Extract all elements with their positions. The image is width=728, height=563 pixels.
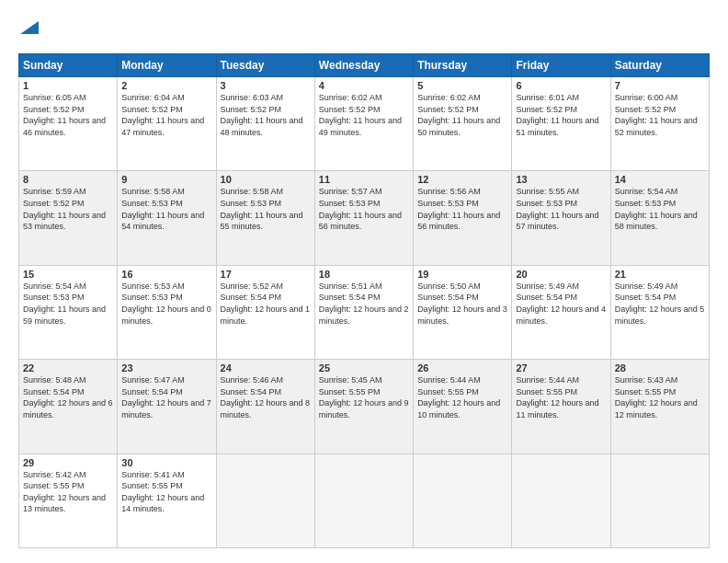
day-number: 2 <box>121 80 211 91</box>
day-info: Sunrise: 5:57 AMSunset: 5:53 PMDaylight:… <box>319 186 409 232</box>
col-header-tuesday: Tuesday <box>216 54 314 77</box>
day-info: Sunrise: 5:41 AMSunset: 5:55 PMDaylight:… <box>121 469 211 515</box>
calendar-header-row: SundayMondayTuesdayWednesdayThursdayFrid… <box>19 54 710 77</box>
calendar-cell: 10Sunrise: 5:58 AMSunset: 5:53 PMDayligh… <box>216 171 314 265</box>
day-number: 12 <box>417 174 507 185</box>
day-number: 15 <box>23 269 113 280</box>
calendar-cell: 20Sunrise: 5:49 AMSunset: 5:54 PMDayligh… <box>512 265 610 359</box>
day-info: Sunrise: 5:53 AMSunset: 5:53 PMDaylight:… <box>121 281 211 327</box>
calendar-cell: 19Sunrise: 5:50 AMSunset: 5:54 PMDayligh… <box>414 265 512 359</box>
calendar-cell <box>314 454 413 547</box>
calendar-week-1: 1Sunrise: 6:05 AMSunset: 5:52 PMDaylight… <box>19 77 710 171</box>
calendar-cell: 27Sunrise: 5:44 AMSunset: 5:55 PMDayligh… <box>512 360 610 454</box>
day-number: 3 <box>221 80 311 91</box>
calendar-cell <box>414 454 512 547</box>
calendar-cell: 18Sunrise: 5:51 AMSunset: 5:54 PMDayligh… <box>314 265 413 359</box>
day-number: 13 <box>516 174 606 185</box>
calendar-cell: 4Sunrise: 6:02 AMSunset: 5:52 PMDaylight… <box>314 77 413 171</box>
day-info: Sunrise: 5:50 AMSunset: 5:54 PMDaylight:… <box>417 281 507 327</box>
calendar-cell: 12Sunrise: 5:56 AMSunset: 5:53 PMDayligh… <box>414 171 512 265</box>
day-number: 16 <box>121 269 211 280</box>
day-info: Sunrise: 6:03 AMSunset: 5:52 PMDaylight:… <box>221 92 311 138</box>
calendar-week-5: 29Sunrise: 5:42 AMSunset: 5:55 PMDayligh… <box>19 454 710 547</box>
calendar-cell: 26Sunrise: 5:44 AMSunset: 5:55 PMDayligh… <box>414 360 512 454</box>
day-info: Sunrise: 6:01 AMSunset: 5:52 PMDaylight:… <box>516 92 606 138</box>
calendar-cell: 3Sunrise: 6:03 AMSunset: 5:52 PMDaylight… <box>216 77 314 171</box>
day-number: 27 <box>516 362 606 373</box>
calendar-cell: 7Sunrise: 6:00 AMSunset: 5:52 PMDaylight… <box>610 77 709 171</box>
logo-icon <box>20 15 39 40</box>
day-info: Sunrise: 5:56 AMSunset: 5:53 PMDaylight:… <box>417 186 507 232</box>
day-number: 14 <box>615 174 705 185</box>
calendar-cell: 8Sunrise: 5:59 AMSunset: 5:52 PMDaylight… <box>19 171 118 265</box>
day-number: 24 <box>221 362 311 373</box>
day-number: 22 <box>23 362 113 373</box>
day-info: Sunrise: 6:04 AMSunset: 5:52 PMDaylight:… <box>121 92 211 138</box>
calendar-cell: 16Sunrise: 5:53 AMSunset: 5:53 PMDayligh… <box>118 265 216 359</box>
day-info: Sunrise: 5:49 AMSunset: 5:54 PMDaylight:… <box>615 281 705 327</box>
day-number: 19 <box>417 269 507 280</box>
day-number: 25 <box>319 362 409 373</box>
day-number: 17 <box>221 269 311 280</box>
calendar-cell <box>610 454 709 547</box>
day-info: Sunrise: 5:58 AMSunset: 5:53 PMDaylight:… <box>121 186 211 232</box>
day-number: 9 <box>121 174 211 185</box>
col-header-thursday: Thursday <box>414 54 512 77</box>
day-number: 7 <box>615 80 705 91</box>
col-header-friday: Friday <box>512 54 610 77</box>
day-number: 29 <box>23 457 113 468</box>
day-info: Sunrise: 6:05 AMSunset: 5:52 PMDaylight:… <box>23 92 113 138</box>
day-info: Sunrise: 5:52 AMSunset: 5:54 PMDaylight:… <box>221 281 311 327</box>
day-info: Sunrise: 6:00 AMSunset: 5:52 PMDaylight:… <box>615 92 705 138</box>
col-header-saturday: Saturday <box>610 54 709 77</box>
calendar-cell <box>512 454 610 547</box>
calendar-cell: 30Sunrise: 5:41 AMSunset: 5:55 PMDayligh… <box>118 454 216 547</box>
calendar-cell: 1Sunrise: 6:05 AMSunset: 5:52 PMDaylight… <box>19 77 118 171</box>
day-info: Sunrise: 6:02 AMSunset: 5:52 PMDaylight:… <box>417 92 507 138</box>
day-info: Sunrise: 5:45 AMSunset: 5:55 PMDaylight:… <box>319 374 409 420</box>
calendar-cell: 13Sunrise: 5:55 AMSunset: 5:53 PMDayligh… <box>512 171 610 265</box>
logo <box>18 15 39 44</box>
calendar-cell: 11Sunrise: 5:57 AMSunset: 5:53 PMDayligh… <box>314 171 413 265</box>
day-info: Sunrise: 5:48 AMSunset: 5:54 PMDaylight:… <box>23 374 113 420</box>
calendar-cell: 2Sunrise: 6:04 AMSunset: 5:52 PMDaylight… <box>118 77 216 171</box>
col-header-wednesday: Wednesday <box>314 54 413 77</box>
day-number: 18 <box>319 269 409 280</box>
calendar-cell: 9Sunrise: 5:58 AMSunset: 5:53 PMDaylight… <box>118 171 216 265</box>
calendar-cell: 23Sunrise: 5:47 AMSunset: 5:54 PMDayligh… <box>118 360 216 454</box>
day-number: 10 <box>221 174 311 185</box>
svg-marker-0 <box>20 21 39 34</box>
day-info: Sunrise: 5:44 AMSunset: 5:55 PMDaylight:… <box>417 374 507 420</box>
day-info: Sunrise: 5:59 AMSunset: 5:52 PMDaylight:… <box>23 186 113 232</box>
day-info: Sunrise: 5:58 AMSunset: 5:53 PMDaylight:… <box>221 186 311 232</box>
calendar-week-4: 22Sunrise: 5:48 AMSunset: 5:54 PMDayligh… <box>19 360 710 454</box>
calendar-cell: 28Sunrise: 5:43 AMSunset: 5:55 PMDayligh… <box>610 360 709 454</box>
day-info: Sunrise: 5:46 AMSunset: 5:54 PMDaylight:… <box>221 374 311 420</box>
day-number: 30 <box>121 457 211 468</box>
day-number: 8 <box>23 174 113 185</box>
calendar-week-2: 8Sunrise: 5:59 AMSunset: 5:52 PMDaylight… <box>19 171 710 265</box>
calendar-cell: 6Sunrise: 6:01 AMSunset: 5:52 PMDaylight… <box>512 77 610 171</box>
day-info: Sunrise: 5:54 AMSunset: 5:53 PMDaylight:… <box>23 281 113 327</box>
calendar-table: SundayMondayTuesdayWednesdayThursdayFrid… <box>18 53 710 548</box>
day-info: Sunrise: 5:51 AMSunset: 5:54 PMDaylight:… <box>319 281 409 327</box>
day-number: 4 <box>319 80 409 91</box>
calendar-cell: 25Sunrise: 5:45 AMSunset: 5:55 PMDayligh… <box>314 360 413 454</box>
day-info: Sunrise: 5:54 AMSunset: 5:53 PMDaylight:… <box>615 186 705 232</box>
page: SundayMondayTuesdayWednesdayThursdayFrid… <box>0 0 728 563</box>
calendar-cell: 24Sunrise: 5:46 AMSunset: 5:54 PMDayligh… <box>216 360 314 454</box>
day-number: 5 <box>417 80 507 91</box>
day-info: Sunrise: 6:02 AMSunset: 5:52 PMDaylight:… <box>319 92 409 138</box>
calendar-cell: 15Sunrise: 5:54 AMSunset: 5:53 PMDayligh… <box>19 265 118 359</box>
day-number: 21 <box>615 269 705 280</box>
day-info: Sunrise: 5:43 AMSunset: 5:55 PMDaylight:… <box>615 374 705 420</box>
day-info: Sunrise: 5:44 AMSunset: 5:55 PMDaylight:… <box>516 374 606 420</box>
calendar-cell <box>216 454 314 547</box>
day-number: 20 <box>516 269 606 280</box>
calendar-week-3: 15Sunrise: 5:54 AMSunset: 5:53 PMDayligh… <box>19 265 710 359</box>
header <box>18 15 710 44</box>
calendar-cell: 29Sunrise: 5:42 AMSunset: 5:55 PMDayligh… <box>19 454 118 547</box>
day-number: 11 <box>319 174 409 185</box>
day-number: 6 <box>516 80 606 91</box>
calendar-cell: 14Sunrise: 5:54 AMSunset: 5:53 PMDayligh… <box>610 171 709 265</box>
